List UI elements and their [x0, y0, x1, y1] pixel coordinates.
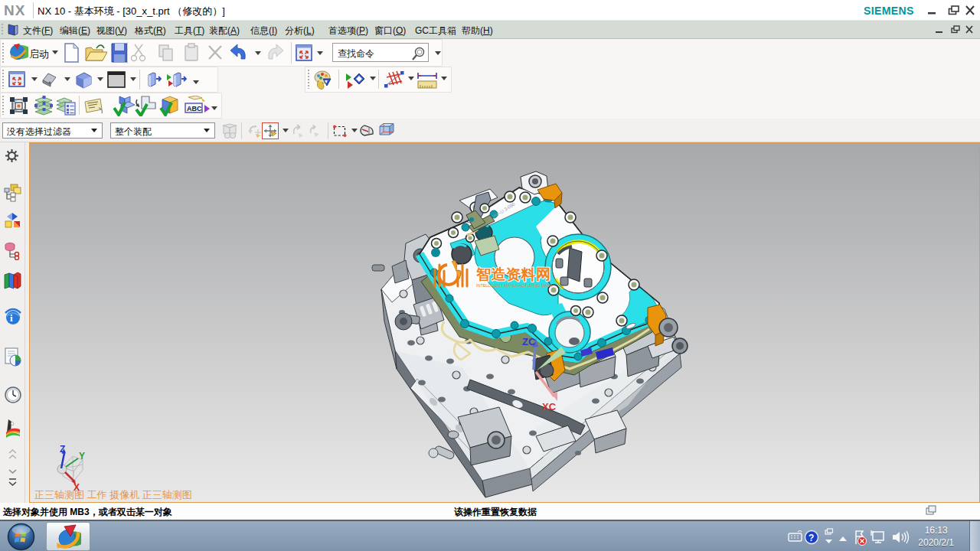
svg-text:ZC: ZC [522, 336, 536, 347]
svg-text:ABC: ABC [187, 105, 202, 112]
svg-text:XC: XC [542, 401, 557, 412]
svg-text:?: ? [808, 533, 814, 543]
svg-text:Y: Y [79, 451, 85, 461]
svg-text:智造资料网: 智造资料网 [475, 266, 551, 282]
svg-text:Z: Z [60, 444, 65, 455]
svg-text:正三轴测图 工作 摄像机 正三轴测图: 正三轴测图 工作 摄像机 正三轴测图 [34, 489, 192, 500]
svg-text:INTELLIGENT MANUFACTURING DATA: INTELLIGENT MANUFACTURING DATA [476, 283, 552, 288]
